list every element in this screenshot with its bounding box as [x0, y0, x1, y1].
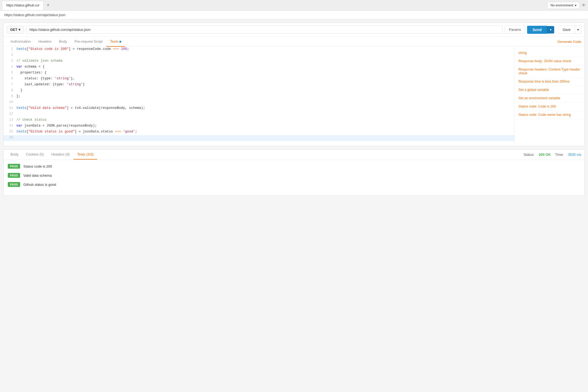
code-line-7: 7 last_updated: {type: 'string'}: [3, 82, 514, 88]
tab-item-1[interactable]: https://status.github.cor: [2, 1, 43, 10]
save-button-group: Save ▾: [558, 25, 581, 34]
tab-label: https://status.github.cor: [6, 3, 39, 7]
pass-badge-2: PASS: [8, 173, 20, 178]
add-tab-button[interactable]: +: [45, 2, 52, 8]
res-tab-headers[interactable]: Headers (9): [47, 150, 74, 160]
response-status-row: Status: 200 OK Time: 3530 ms: [524, 153, 581, 157]
env-selector: No environment ▾ 👁: [547, 2, 586, 9]
env-label: No environment: [550, 3, 573, 7]
snippet-content-type-check[interactable]: Response headers: Content-Type header ch…: [515, 65, 585, 77]
request-area: GET ▾ Params Send ▾ Save ▾ Authorization…: [3, 23, 585, 146]
code-line-3: 3 // validate json schema: [3, 58, 514, 64]
test-result-label-3: Github status is good: [23, 183, 56, 187]
snippet-json-value-check[interactable]: Response body: JSON value check: [515, 57, 585, 65]
tab-tests[interactable]: Tests: [106, 37, 125, 47]
send-dropdown-button[interactable]: ▾: [547, 26, 554, 34]
tab-bar: https://status.github.cor + No environme…: [0, 0, 588, 11]
res-tab-body[interactable]: Body: [7, 150, 22, 160]
code-line-13: 13 // check status: [3, 117, 514, 123]
params-button[interactable]: Params: [505, 25, 525, 34]
method-arrow-icon: ▾: [19, 28, 20, 32]
code-line-11: 11 tests["Valid data schema"] = tv4.vali…: [3, 106, 514, 112]
code-line-9: 9 };: [3, 94, 514, 100]
address-bar: https://status.github.com/api/status.jso…: [0, 11, 588, 19]
snippet-global-var[interactable]: Set a global variable: [515, 86, 585, 94]
save-button[interactable]: Save: [558, 25, 575, 34]
tests-dot-indicator: [119, 41, 121, 43]
response-time: 3530 ms: [568, 153, 581, 157]
send-button-group: Send ▾: [527, 26, 554, 34]
code-line-16: 16: [3, 135, 514, 141]
tab-prerequest[interactable]: Pre-request Script: [71, 37, 106, 47]
test-result-row-2: PASS Valid data schema: [8, 173, 580, 178]
editor-area: 1 tests["Status code is 200"] = response…: [3, 47, 585, 146]
code-editor[interactable]: 1 tests["Status code is 200"] = response…: [3, 47, 515, 146]
code-line-4: 4 var schema = {: [3, 64, 514, 70]
status-code: 200 OK: [539, 153, 551, 157]
response-tabs-row: Body Cookies (5) Headers (9) Tests (3/3)…: [3, 150, 585, 160]
method-select[interactable]: GET ▾: [7, 26, 24, 34]
code-line-5: 5 properties: {: [3, 70, 514, 76]
tab-headers[interactable]: Headers: [35, 37, 55, 47]
snippet-response-time[interactable]: Response time is less than 200ms: [515, 77, 585, 86]
res-tab-cookies[interactable]: Cookies (5): [22, 150, 47, 160]
test-result-label-2: Valid data schema: [23, 173, 52, 177]
method-label: GET: [10, 28, 17, 32]
code-line-12: 12: [3, 112, 514, 117]
res-tab-tests[interactable]: Tests (3/3): [74, 150, 97, 160]
snippet-status-200[interactable]: Status code: Code is 200: [515, 102, 585, 111]
snippet-string[interactable]: string: [515, 49, 585, 57]
response-area: Body Cookies (5) Headers (9) Tests (3/3)…: [3, 149, 585, 196]
send-button[interactable]: Send: [527, 26, 547, 34]
snippet-sidebar: string Response body: JSON value check R…: [515, 47, 585, 146]
url-input[interactable]: [26, 25, 503, 34]
code-line-14: 14 var jsonData = JSON.parse(responseBod…: [3, 123, 514, 129]
eye-icon[interactable]: 👁: [582, 3, 586, 8]
test-results: PASS Status code is 200 PASS Valid data …: [3, 160, 585, 195]
tab-body[interactable]: Body: [55, 37, 71, 47]
chevron-down-icon: ▾: [575, 3, 576, 7]
environment-dropdown[interactable]: No environment ▾: [547, 2, 579, 9]
code-line-15: 15 tests["Github status is good"] = json…: [3, 129, 514, 135]
test-result-row-1: PASS Status code is 200: [8, 164, 580, 169]
status-label: Status:: [524, 153, 534, 157]
test-result-row-3: PASS Github status is good: [8, 182, 580, 187]
pass-badge-3: PASS: [8, 182, 20, 187]
code-line-6: 6 status: {type: 'string'},: [3, 76, 514, 82]
save-dropdown-button[interactable]: ▾: [575, 26, 581, 34]
request-tabs: Authorization Headers Body Pre-request S…: [3, 37, 585, 47]
time-label: Time:: [555, 153, 564, 157]
code-line-8: 8 }: [3, 88, 514, 94]
generate-code-link[interactable]: Generate Code: [557, 40, 581, 44]
snippet-env-var[interactable]: Set an environment variable: [515, 94, 585, 102]
tab-authorization[interactable]: Authorization: [7, 37, 35, 47]
pass-badge-1: PASS: [8, 164, 20, 169]
code-line-2: 2: [3, 53, 514, 58]
code-line-10: 10: [3, 100, 514, 106]
snippet-status-name-string[interactable]: Status code: Code name has string: [515, 111, 585, 119]
url-row: GET ▾ Params Send ▾ Save ▾: [3, 23, 585, 37]
code-line-1: 1 tests["Status code is 200"] = response…: [3, 47, 514, 53]
test-result-label-1: Status code is 200: [23, 164, 52, 168]
address-url: https://status.github.com/api/status.jso…: [4, 13, 65, 17]
